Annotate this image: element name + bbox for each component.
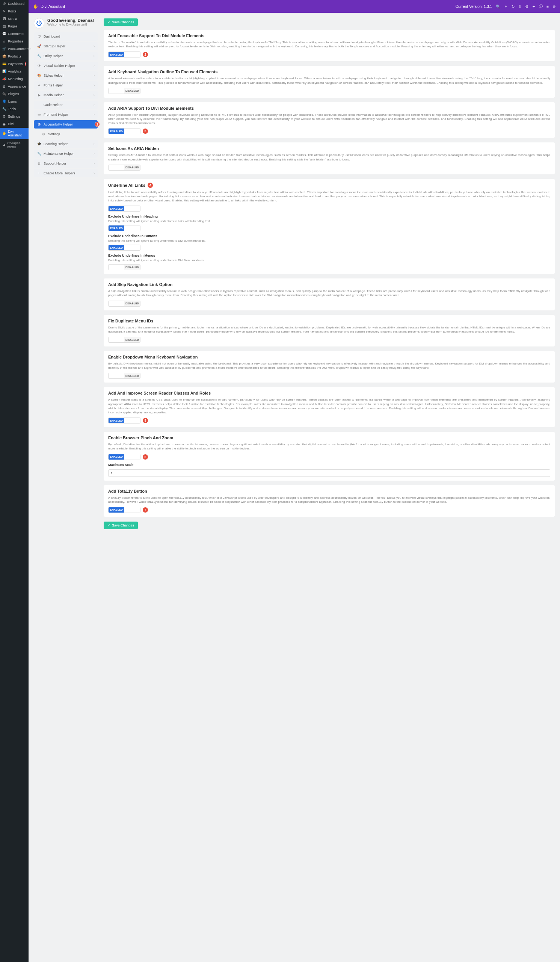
wp-menu-products[interactable]: 📦Products xyxy=(0,53,29,60)
sub-setting-description: Enabling this setting will ignore adding… xyxy=(108,220,550,223)
power-icon: ⏻ xyxy=(34,18,44,29)
wp-menu-divi-assistant[interactable]: ✋Divi Assistant xyxy=(0,128,29,139)
sub-setting-description: Enabling this setting will ignore adding… xyxy=(108,258,550,262)
wp-menu-marketing[interactable]: 📣Marketing xyxy=(0,75,29,83)
wp-menu-properties[interactable]: ⌂Properties xyxy=(0,37,29,45)
wp-menu-appearance[interactable]: ✿Appearance xyxy=(0,83,29,90)
sparkle-icon[interactable]: ✦ xyxy=(532,5,535,9)
sub-setting-description: Enabling this setting will ignore adding… xyxy=(108,239,550,242)
chevron-right-icon: › xyxy=(93,103,95,107)
helper-fonts-helper[interactable]: AFonts Helper› xyxy=(34,81,98,89)
helper-utility-helper[interactable]: 🔧Utility Helper› xyxy=(34,52,98,60)
wp-menu-analytics[interactable]: 📊Analytics xyxy=(0,68,29,75)
setting-description: Underlining links in web accessibility r… xyxy=(108,190,550,203)
helper-learning-helper[interactable]: 🎓Learning Helper› xyxy=(34,140,98,148)
enable-toggle[interactable]: DISABLED xyxy=(108,337,140,343)
expand-icon[interactable]: ⊕ xyxy=(552,5,555,9)
setting-title: Add Focusable Support To Divi Module Ele… xyxy=(108,34,550,38)
add-icon[interactable]: ＋ xyxy=(504,4,508,9)
greeting-header: ⏻ Good Evening, Deanna! Welcome to Divi … xyxy=(34,18,98,29)
sub-setting-title: Exclude Underlines In Menus xyxy=(108,253,550,257)
plugin-topbar: ✋ Divi Assistant Current Version: 1.3.1 … xyxy=(29,0,560,13)
setting-card: Set Icons As ARIA HiddenSetting icons as… xyxy=(104,142,555,174)
wp-menu-users[interactable]: 👤Users xyxy=(0,98,29,105)
chevron-right-icon: › xyxy=(93,54,95,58)
setting-card: Underline All Links 4Underlining links i… xyxy=(104,179,555,274)
setting-card: Add ARIA Support To Divi Module Elements… xyxy=(104,102,555,138)
chevron-right-icon: › xyxy=(93,74,95,77)
wp-menu-collapse-menu[interactable]: ◀Collapse menu xyxy=(0,139,29,151)
brand-title: Divi Assistant xyxy=(40,4,65,9)
setting-title: Underline All Links 4 xyxy=(108,182,550,188)
enable-toggle[interactable]: DISABLED xyxy=(108,165,140,171)
setting-card: Add Tota11y ButtonA tota11y button refer… xyxy=(104,485,555,517)
setting-card: Add Focusable Support To Divi Module Ele… xyxy=(104,30,555,61)
wp-menu-divi[interactable]: ◉Divi xyxy=(0,120,29,128)
wp-menu-plugins[interactable]: 🔌Plugins xyxy=(0,90,29,98)
step-badge: 1 xyxy=(95,122,100,127)
wp-menu-settings[interactable]: ⚙Settings xyxy=(0,113,29,120)
gear-icon[interactable]: ⚙ xyxy=(525,5,528,9)
search-icon[interactable]: 🔍 xyxy=(496,5,500,9)
wp-menu-media[interactable]: 🖼Media xyxy=(0,15,29,23)
helper-settings[interactable]: ⚙Settings xyxy=(34,130,98,138)
enable-toggle[interactable]: ENABLED xyxy=(108,128,140,134)
enable-toggle[interactable]: DISABLED xyxy=(108,301,140,307)
setting-title: Set Icons As ARIA Hidden xyxy=(108,146,550,151)
helper-dashboard[interactable]: ⏱Dashboard xyxy=(34,32,98,40)
wp-menu-woocommerce[interactable]: 🛒WooCommerce xyxy=(0,45,29,53)
maximum-scale-input[interactable] xyxy=(108,469,550,477)
helper-enable-more-helpers[interactable]: +Enable More Helpers› xyxy=(34,169,98,178)
enable-toggle[interactable]: ENABLED xyxy=(108,52,140,58)
enable-toggle[interactable]: DISABLED xyxy=(108,373,140,379)
setting-description: A tota11y button refers to a link used t… xyxy=(108,496,550,504)
chevron-right-icon: › xyxy=(93,142,95,146)
setting-card: Enable Dropdown Menu Keyboard Navigation… xyxy=(104,351,555,383)
chevron-right-icon: › xyxy=(93,161,95,165)
refresh-icon[interactable]: ↻ xyxy=(512,5,515,9)
setting-description: Setting icons as ARIA hidden to indicate… xyxy=(108,153,550,161)
wordpress-admin-sidebar: ⏱Dashboard✎Posts🖼Media▤Pages💬Comments⌂Pr… xyxy=(0,0,29,962)
setting-description: The term "focusable" in website accessib… xyxy=(108,40,550,48)
enable-toggle[interactable]: ENABLED xyxy=(108,507,140,513)
info-icon[interactable]: ⓘ xyxy=(539,4,543,9)
enable-toggle[interactable]: DISABLED xyxy=(108,88,140,94)
setting-title: Add Skip Navigation Link Option xyxy=(108,282,550,287)
helper-media-helper[interactable]: ▶Media Helper› xyxy=(34,91,98,99)
enable-toggle[interactable]: ENABLED xyxy=(108,225,140,231)
save-changes-button[interactable]: ✓ Save Changes xyxy=(104,18,138,26)
enable-toggle[interactable]: ENABLED xyxy=(108,245,140,251)
list-icon[interactable]: ≡ xyxy=(547,5,549,9)
step-badge: 2 xyxy=(143,52,148,57)
chevron-right-icon: › xyxy=(93,93,95,97)
wp-menu-posts[interactable]: ✎Posts xyxy=(0,8,29,15)
helper-startup-helper[interactable]: 🚀Startup Helper› xyxy=(34,42,98,50)
helper-code-helper[interactable]: Code Helper› xyxy=(34,101,98,109)
enable-toggle[interactable]: ENABLED xyxy=(108,418,140,423)
enable-toggle[interactable]: DISABLED xyxy=(108,264,140,270)
setting-title: Enable Browser Pinch And Zoom xyxy=(108,436,550,440)
setting-title: Add And Improve Screen Reader Classes An… xyxy=(108,391,550,395)
helper-styles-helper[interactable]: 🎨Styles Helper› xyxy=(34,71,98,80)
wp-menu-comments[interactable]: 💬Comments xyxy=(0,30,29,37)
helper-visual-builder-helper[interactable]: 👁Visual Builder Helper› xyxy=(34,61,98,70)
helper-support-helper[interactable]: ⊕Support Helper› xyxy=(34,159,98,168)
helper-frontend-helper[interactable]: ▭Frontend Helper› xyxy=(34,110,98,119)
hand-icon: ✋ xyxy=(33,4,38,9)
wp-menu-pages[interactable]: ▤Pages xyxy=(0,23,29,30)
sub-setting-title: Exclude Underlines In Buttons xyxy=(108,234,550,238)
download-icon[interactable]: ⇩ xyxy=(518,5,521,9)
field-label: Maximum Scale xyxy=(108,463,550,467)
helper-maintenance-helper[interactable]: 🔧Maintenance Helper› xyxy=(34,150,98,158)
setting-title: Add ARIA Support To Divi Module Elements xyxy=(108,106,550,110)
setting-title: Fix Duplicate Menu IDs xyxy=(108,319,550,323)
wp-menu-dashboard[interactable]: ⏱Dashboard xyxy=(0,0,29,8)
enable-toggle[interactable]: ENABLED xyxy=(108,205,140,211)
sub-setting-title: Exclude Underlines In Heading xyxy=(108,215,550,218)
save-changes-button-bottom[interactable]: ✓ Save Changes xyxy=(104,521,138,529)
wp-menu-payments[interactable]: 💳Payments1 xyxy=(0,60,29,68)
enable-toggle[interactable]: ENABLED xyxy=(108,454,140,460)
setting-title: Enable Dropdown Menu Keyboard Navigation xyxy=(108,355,550,359)
helper-accessibility-helper[interactable]: ♿Accessibility Helper1 xyxy=(34,120,98,129)
wp-menu-tools[interactable]: 🔧Tools xyxy=(0,105,29,113)
